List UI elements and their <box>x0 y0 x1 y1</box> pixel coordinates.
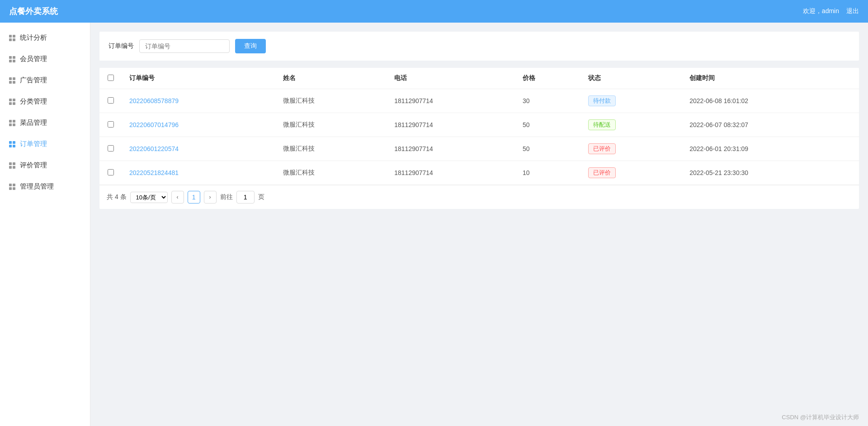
grid-icon <box>9 184 15 190</box>
sidebar-item-review[interactable]: 评价管理 <box>0 155 90 176</box>
prev-page-button[interactable]: ‹ <box>171 191 184 204</box>
sidebar-item-ads[interactable]: 广告管理 <box>0 70 90 91</box>
row-price-3: 10 <box>515 161 581 185</box>
next-page-button[interactable]: › <box>204 191 217 204</box>
select-all-checkbox[interactable] <box>108 75 114 81</box>
col-status: 状态 <box>581 68 682 89</box>
row-name-3: 微服汇科技 <box>276 161 387 185</box>
sidebar-item-order[interactable]: 订单管理 <box>0 133 90 155</box>
sidebar-item-category[interactable]: 分类管理 <box>0 91 90 112</box>
row-status-badge-2: 已评价 <box>588 143 616 154</box>
row-created-1: 2022-06-07 08:32:07 <box>682 113 859 137</box>
total-count: 共 4 条 <box>107 193 127 201</box>
order-id-link-1[interactable]: 20220607014796 <box>129 121 179 128</box>
app-title: 点餐外卖系统 <box>9 6 58 17</box>
order-id-link-0[interactable]: 20220608578879 <box>129 97 179 104</box>
grid-icon <box>9 120 15 126</box>
sidebar-item-stats[interactable]: 统计分析 <box>0 27 90 48</box>
row-price-2: 50 <box>515 137 581 161</box>
row-created-2: 2022-06-01 20:31:09 <box>682 137 859 161</box>
footer-text: CSDN @计算机毕业设计大师 <box>782 414 859 421</box>
sidebar-item-label-dish: 菜品管理 <box>20 118 47 127</box>
search-input[interactable] <box>139 39 230 53</box>
header-welcome: 欢迎，admin <box>803 7 839 15</box>
row-name-0: 微服汇科技 <box>276 89 387 113</box>
row-phone-3: 18112907714 <box>387 161 515 185</box>
row-checkbox-3[interactable] <box>108 169 114 175</box>
sidebar-item-label-admin: 管理员管理 <box>20 182 54 191</box>
layout: 统计分析会员管理广告管理分类管理菜品管理订单管理评价管理管理员管理 订单编号 查… <box>0 23 868 426</box>
table-row: 20220521824481微服汇科技1811290771410已评价2022-… <box>99 161 859 185</box>
sidebar-item-label-category: 分类管理 <box>20 97 47 106</box>
order-id-link-2[interactable]: 20220601220574 <box>129 145 179 152</box>
row-created-0: 2022-06-08 16:01:02 <box>682 89 859 113</box>
row-phone-2: 18112907714 <box>387 137 515 161</box>
header-right: 欢迎，admin 退出 <box>803 7 859 15</box>
sidebar: 统计分析会员管理广告管理分类管理菜品管理订单管理评价管理管理员管理 <box>0 23 90 426</box>
grid-icon <box>9 77 15 84</box>
row-checkbox-1[interactable] <box>108 121 114 128</box>
search-bar: 订单编号 查询 <box>99 32 859 61</box>
table-body: 20220608578879微服汇科技1811290771430待付款2022-… <box>99 89 859 185</box>
row-checkbox-0[interactable] <box>108 97 114 104</box>
col-phone: 电话 <box>387 68 515 89</box>
search-button[interactable]: 查询 <box>235 39 266 53</box>
sidebar-item-admin[interactable]: 管理员管理 <box>0 176 90 197</box>
current-page[interactable]: 1 <box>188 191 200 204</box>
footer: CSDN @计算机毕业设计大师 <box>782 413 859 421</box>
pagination: 共 4 条 10条/页 20条/页 50条/页 ‹ 1 › 前往 页 <box>99 185 859 209</box>
row-phone-1: 18112907714 <box>387 113 515 137</box>
col-order-id: 订单编号 <box>122 68 276 89</box>
grid-icon <box>9 99 15 105</box>
header: 点餐外卖系统 欢迎，admin 退出 <box>0 0 868 23</box>
row-status-badge-3: 已评价 <box>588 167 616 178</box>
row-phone-0: 18112907714 <box>387 89 515 113</box>
sidebar-item-member[interactable]: 会员管理 <box>0 48 90 70</box>
row-checkbox-2[interactable] <box>108 145 114 151</box>
col-price: 价格 <box>515 68 581 89</box>
order-id-link-3[interactable]: 20220521824481 <box>129 169 179 176</box>
grid-icon <box>9 162 15 169</box>
table-row: 20220608578879微服汇科技1811290771430待付款2022-… <box>99 89 859 113</box>
col-created: 创建时间 <box>682 68 859 89</box>
goto-page-input[interactable] <box>236 191 255 204</box>
row-status-badge-0: 待付款 <box>588 95 616 106</box>
grid-icon <box>9 56 15 62</box>
logout-button[interactable]: 退出 <box>846 7 859 15</box>
sidebar-item-label-ads: 广告管理 <box>20 76 47 85</box>
order-table: 订单编号 姓名 电话 价格 状态 创建时间 20220608578879微服汇科… <box>99 68 859 185</box>
table-header: 订单编号 姓名 电话 价格 状态 创建时间 <box>99 68 859 89</box>
grid-icon <box>9 141 15 147</box>
page-suffix: 页 <box>258 193 264 201</box>
col-checkbox <box>99 68 122 89</box>
row-name-1: 微服汇科技 <box>276 113 387 137</box>
row-price-1: 50 <box>515 113 581 137</box>
sidebar-item-label-review: 评价管理 <box>20 161 47 170</box>
col-name: 姓名 <box>276 68 387 89</box>
sidebar-item-label-order: 订单管理 <box>20 140 47 148</box>
row-status-badge-1: 待配送 <box>588 119 616 130</box>
main-content: 订单编号 查询 订单编号 姓名 电话 价格 状态 创建时间 <box>90 23 868 426</box>
sidebar-item-label-member: 会员管理 <box>20 55 47 63</box>
row-price-0: 30 <box>515 89 581 113</box>
sidebar-item-dish[interactable]: 菜品管理 <box>0 112 90 133</box>
table-row: 20220601220574微服汇科技1811290771450已评价2022-… <box>99 137 859 161</box>
goto-label: 前往 <box>220 193 233 201</box>
grid-icon <box>9 35 15 41</box>
sidebar-item-label-stats: 统计分析 <box>20 33 47 42</box>
page-size-select[interactable]: 10条/页 20条/页 50条/页 <box>130 192 168 203</box>
order-table-container: 订单编号 姓名 电话 价格 状态 创建时间 20220608578879微服汇科… <box>99 68 859 209</box>
table-row: 20220607014796微服汇科技1811290771450待配送2022-… <box>99 113 859 137</box>
search-label: 订单编号 <box>108 42 134 50</box>
row-created-3: 2022-05-21 23:30:30 <box>682 161 859 185</box>
row-name-2: 微服汇科技 <box>276 137 387 161</box>
